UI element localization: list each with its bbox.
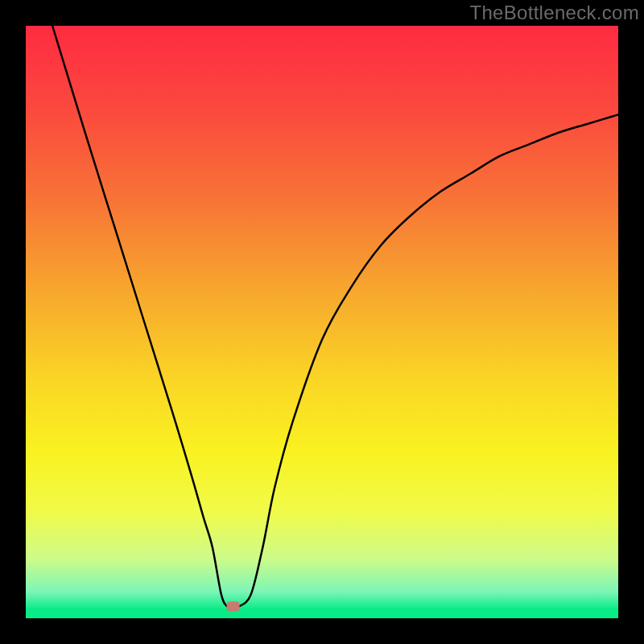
watermark-text: TheBottleneck.com (469, 2, 639, 24)
chart-frame: TheBottleneck.com (0, 0, 644, 644)
bottleneck-chart (0, 0, 644, 644)
optimal-point-marker (227, 601, 240, 611)
plot-background (26, 26, 618, 618)
